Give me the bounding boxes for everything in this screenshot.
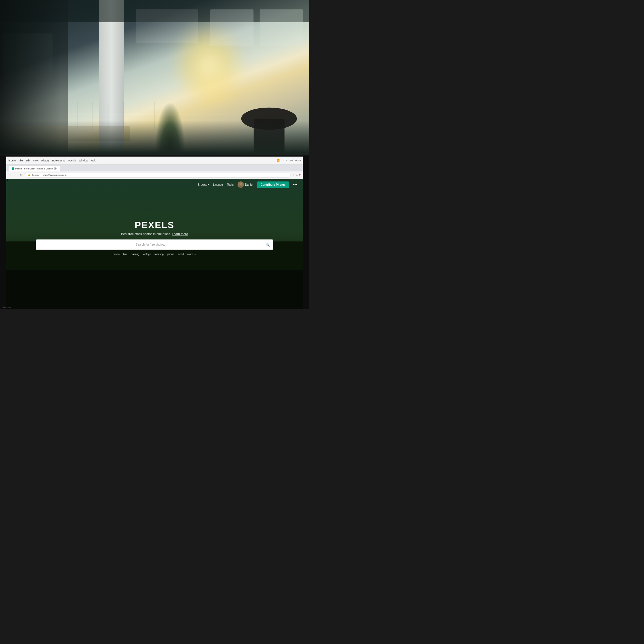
svg-rect-4: [136, 9, 198, 43]
hero-content: PEXELS Best free stock photos in one pla…: [36, 220, 273, 255]
screen-inner: hrome File Edit View History Bookmarks P…: [6, 157, 303, 309]
nav-tools[interactable]: Tools: [227, 183, 234, 186]
browser-menu-bar: hrome File Edit View History Bookmarks P…: [6, 157, 303, 165]
browser-tabs-bar: Pexels · Free Stock Photos & Videos ×: [6, 165, 303, 171]
battery-icon: 100 %: [281, 159, 288, 162]
nav-more-icon[interactable]: •••: [293, 182, 297, 187]
address-input[interactable]: 🔒 Secure https://www.pexels.com: [25, 173, 291, 178]
tab-title: Pexels · Free Stock Photos & Videos: [15, 167, 53, 170]
menu-people[interactable]: People: [68, 159, 76, 162]
url-display: https://www.pexels.com: [43, 174, 67, 176]
secure-icon: 🔒: [28, 174, 31, 176]
pexels-website: Browse ▾ License Tools Dani: [6, 179, 303, 309]
menu-window[interactable]: Window: [79, 159, 88, 162]
pexels-brand: PEXELS: [36, 220, 273, 230]
browser-tab-pexels[interactable]: Pexels · Free Stock Photos & Videos ×: [9, 166, 60, 171]
menu-view[interactable]: View: [33, 159, 38, 162]
back-button[interactable]: ‹: [9, 173, 12, 177]
monitor-bezel: hrome File Edit View History Bookmarks P…: [0, 155, 309, 309]
reload-button[interactable]: ↻: [18, 173, 23, 177]
nav-license[interactable]: License: [213, 183, 223, 186]
menu-history[interactable]: History: [42, 159, 50, 162]
wifi-icon: 📶: [277, 159, 280, 162]
svg-rect-3: [260, 9, 303, 46]
tagline-link[interactable]: Learn more: [172, 232, 188, 235]
clock: Wed 16:15: [290, 159, 301, 162]
quick-tag-phone[interactable]: phone: [167, 252, 174, 255]
menu-chrome[interactable]: hrome: [9, 159, 16, 162]
screen-bottom-label: Searches: [3, 307, 11, 309]
forward-button[interactable]: ›: [13, 173, 17, 177]
browser-status-right: 📶 100 % Wed 16:15: [277, 159, 301, 162]
contribute-photos-button[interactable]: Contribute Photos: [257, 181, 289, 188]
search-icon-button[interactable]: 🔍: [265, 242, 270, 247]
nav-browse[interactable]: Browse ▾: [198, 183, 209, 186]
menu-edit[interactable]: Edit: [26, 159, 30, 162]
quick-tag-training[interactable]: training: [131, 252, 139, 255]
svg-rect-48: [6, 270, 303, 309]
quick-tag-blur[interactable]: blur: [123, 252, 127, 255]
pinterest-icon[interactable]: P: [299, 174, 301, 177]
quick-search-tags: house blur training vintage meeting phon…: [36, 252, 273, 255]
quick-tag-more[interactable]: more →: [187, 252, 196, 255]
browser-address-bar: ‹ › ↻ 🔒 Secure https://www.pexels.com ☆ …: [6, 171, 303, 179]
svg-rect-2: [210, 9, 253, 46]
address-bar-right-icons: ☆ ‹› P: [293, 174, 301, 177]
svg-point-50: [240, 183, 242, 185]
pexels-nav-right: Browse ▾ License Tools Dani: [198, 181, 297, 188]
tab-close-button[interactable]: ×: [54, 167, 57, 170]
user-avatar: [238, 181, 244, 188]
search-input[interactable]: Search for free photos...: [39, 243, 263, 246]
browser-menu-items: hrome File Edit View History Bookmarks P…: [9, 159, 96, 162]
menu-help[interactable]: Help: [91, 159, 96, 162]
bookmark-icon[interactable]: ☆: [293, 174, 295, 177]
search-bar[interactable]: Search for free photos... 🔍: [36, 239, 273, 250]
browse-chevron: ▾: [208, 183, 209, 186]
quick-tag-house[interactable]: house: [113, 252, 120, 255]
tab-favicon: [12, 167, 14, 170]
tagline-text: Best free stock photos in one place.: [121, 232, 171, 235]
menu-bookmarks[interactable]: Bookmarks: [52, 159, 65, 162]
menu-file[interactable]: File: [19, 159, 23, 162]
reader-icon[interactable]: ‹›: [296, 174, 298, 177]
user-name: Daniel: [245, 183, 253, 186]
quick-tag-meeting[interactable]: meeting: [155, 252, 164, 255]
secure-label: Secure: [32, 174, 39, 176]
browse-label: Browse: [198, 183, 207, 186]
nav-user[interactable]: Daniel: [238, 181, 253, 188]
quick-tag-wood[interactable]: wood: [178, 252, 184, 255]
quick-tag-vintage[interactable]: vintage: [143, 252, 151, 255]
pexels-nav: Browse ▾ License Tools Dani: [6, 179, 303, 190]
pexels-tagline: Best free stock photos in one place. Lea…: [36, 232, 273, 235]
